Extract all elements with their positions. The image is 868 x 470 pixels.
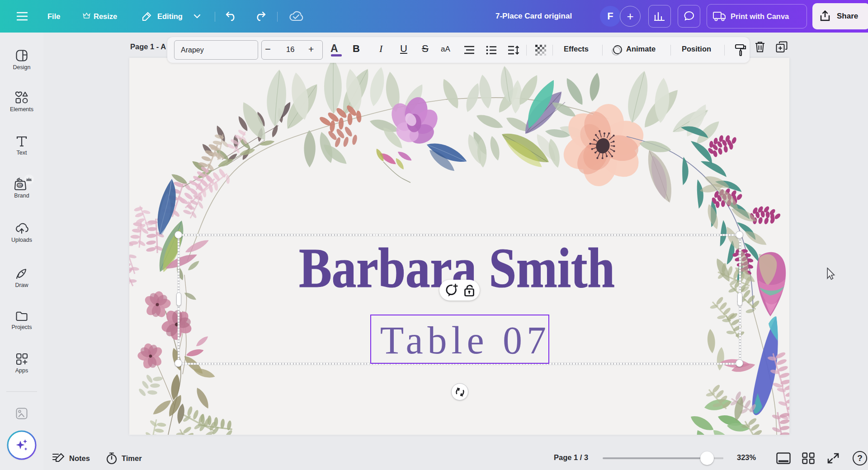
svg-text:co: co — [18, 183, 22, 187]
